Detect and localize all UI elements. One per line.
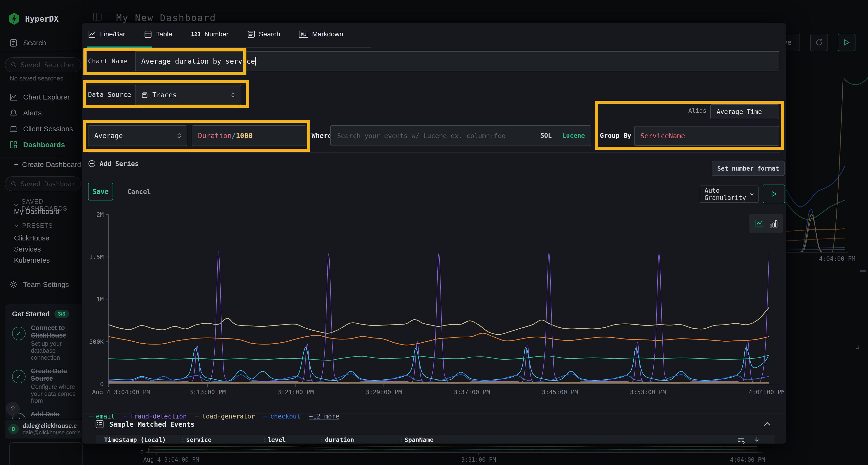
x-tick-label: 3:13:00 PM — [189, 389, 226, 394]
cancel-button[interactable]: Cancel — [127, 188, 151, 195]
play-icon — [843, 39, 850, 46]
refresh-icon — [814, 38, 824, 47]
refresh-button[interactable] — [810, 34, 828, 51]
sidebar-item-label: Team Settings — [23, 280, 69, 289]
divider — [82, 414, 786, 414]
mini-x-tick: Aug 4 3:04:00 PM — [143, 456, 199, 463]
tab-markdown[interactable]: M↓ Markdown — [299, 30, 343, 38]
line-chart-icon — [9, 93, 18, 101]
sidebar-item-label: Dashboards — [23, 141, 65, 149]
divider — [88, 77, 780, 78]
scrollbar-thumb[interactable] — [860, 270, 866, 272]
y-tick-label: 0 — [100, 381, 104, 388]
sample-events-title: Sample Matched Events — [109, 421, 194, 428]
lang-separator: | — [555, 132, 559, 139]
step-title: Create Data Source — [31, 367, 82, 383]
where-search-input[interactable]: SQL | Lucene — [330, 125, 591, 146]
column-separator: ⋮ — [180, 436, 185, 443]
sidebar-item-my-dashboard[interactable]: My Dashboard — [14, 208, 60, 215]
save-button[interactable]: Save — [88, 182, 113, 200]
series-load-generator — [108, 307, 769, 334]
laptop-icon — [9, 125, 18, 133]
app-root: { "app": {"brand": "HyperDX", "page_titl… — [0, 0, 868, 465]
column-header[interactable]: Timestamp (Local) — [104, 436, 166, 443]
set-number-format-button[interactable]: Set number format — [712, 161, 784, 176]
sidebar-item-label: Search — [23, 39, 46, 47]
sidebar-item-clickhouse[interactable]: ClickHouse — [14, 234, 50, 242]
table-icon — [144, 30, 152, 38]
tab-table[interactable]: Table — [144, 30, 172, 38]
saved-dashboards-field[interactable] — [20, 180, 74, 188]
sidebar-item-client-sessions[interactable]: Client Sessions — [0, 121, 73, 137]
saved-searches-input[interactable] — [5, 57, 81, 72]
sidebar-item-team-settings[interactable]: Team Settings — [0, 276, 69, 293]
sidebar-item-chart-explorer[interactable]: Chart Explorer — [0, 89, 70, 105]
column-separator: ⋮ — [261, 436, 268, 443]
no-saved-searches-note: No saved searches — [10, 75, 63, 82]
chevron-down-icon — [750, 193, 754, 196]
saved-dashboards-input[interactable] — [5, 176, 81, 191]
highlight-chart-name — [84, 48, 246, 75]
collapse-sidebar-icon[interactable] — [93, 12, 102, 21]
get-started-step[interactable]: ✓ Connect to ClickHouse Set up your data… — [12, 324, 82, 361]
add-series-label: Add Series — [100, 160, 139, 167]
get-started-title: Get Started — [12, 310, 50, 318]
mini-x-tick: 3:31:00 PM — [461, 456, 496, 463]
search-icon — [10, 62, 17, 68]
series-+12 more (orange) — [108, 333, 769, 345]
y-tick-label: 1.5M — [89, 254, 104, 261]
column-header[interactable]: SpanName — [405, 436, 434, 443]
tab-number[interactable]: 123 Number — [191, 30, 228, 38]
sidebar-item-services[interactable]: Services — [14, 245, 41, 253]
tab-line-bar[interactable]: Line/Bar — [88, 30, 125, 38]
column-header[interactable]: duration — [325, 436, 354, 443]
collapse-chevron-icon[interactable] — [763, 422, 771, 427]
sidebar-item-search[interactable]: Search — [0, 35, 46, 51]
brand[interactable]: HyperDX — [9, 12, 59, 25]
plus-circle-icon — [88, 160, 96, 167]
tab-label: Search — [259, 30, 280, 38]
events-table-header: Timestamp (Local) ⋮ service ⋮ level ⋮ du… — [96, 435, 774, 443]
play-icon — [771, 191, 777, 197]
sample-events-header[interactable]: Sample Matched Events — [95, 420, 194, 429]
where-search-field[interactable] — [337, 132, 540, 140]
run-query-button[interactable] — [838, 34, 856, 51]
column-header[interactable]: level — [268, 436, 286, 443]
create-dashboard-button[interactable]: + Create Dashboard — [14, 161, 81, 169]
x-tick-label: 3:37:00 PM — [454, 389, 490, 394]
user-card[interactable]: D dale@clickhouse.c dale@clickhouse.com'… — [5, 420, 82, 438]
presets-section[interactable]: PRESETS — [14, 222, 53, 229]
help-button[interactable]: ? — [6, 402, 20, 416]
add-series-button[interactable]: Add Series — [88, 160, 139, 167]
download-icon[interactable] — [754, 436, 760, 443]
get-started-step[interactable]: ✓ Create Data Source Configure where you… — [12, 367, 82, 404]
create-dashboard-label: Create Dashboard — [22, 161, 81, 169]
line-style-icon[interactable] — [755, 219, 764, 228]
active-tab-indicator — [87, 46, 152, 48]
run-chart-button[interactable] — [763, 185, 785, 203]
chevron-down-icon — [14, 224, 19, 227]
sidebar-item-kubernetes[interactable]: Kubernetes — [14, 256, 50, 264]
resize-handle-icon[interactable] — [852, 342, 860, 350]
tab-search[interactable]: Search — [247, 30, 280, 38]
get-started-step[interactable]: ✓ Add Data Start sending logs, metrics, … — [12, 410, 82, 419]
granularity-select[interactable]: Auto Granularity — [700, 186, 758, 203]
sidebar-item-dashboards[interactable]: Dashboards — [0, 137, 65, 153]
highlight-data-source — [83, 80, 249, 108]
bar-style-icon[interactable] — [770, 219, 778, 228]
step-desc: Configure where your data comes from — [31, 383, 82, 404]
bell-icon — [9, 109, 18, 117]
x-tick-label: 4:04:00 PM — [749, 389, 784, 394]
sql-toggle[interactable]: SQL — [540, 132, 552, 139]
sidebar-item-alerts[interactable]: Alerts — [0, 105, 42, 121]
markdown-icon: M↓ — [299, 31, 308, 38]
column-header[interactable]: service — [186, 436, 212, 443]
brand-name: HyperDX — [25, 14, 59, 24]
highlight-series-expression — [83, 120, 310, 152]
saved-searches-field[interactable] — [20, 61, 74, 69]
gear-icon — [9, 280, 18, 289]
lucene-toggle[interactable]: Lucene — [562, 132, 585, 139]
wrap-lines-icon[interactable] — [737, 437, 745, 443]
main-chart: 0500K1M1.5M2MAug 4 3:04:00 PM3:13:00 PM3… — [89, 211, 784, 394]
x-tick-label: 3:53:00 PM — [630, 389, 666, 394]
